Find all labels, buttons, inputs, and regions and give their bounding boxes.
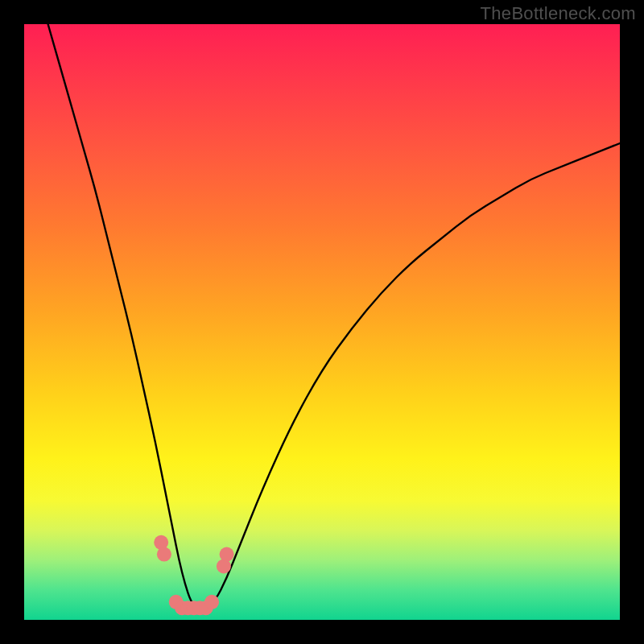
watermark-label: TheBottleneck.com [481, 3, 636, 24]
marker-dot [157, 547, 171, 562]
curve-layer [24, 24, 620, 620]
highlighted-points [154, 535, 233, 615]
plot-area [24, 24, 620, 620]
marker-dot [204, 595, 219, 609]
chart-frame: TheBottleneck.com [0, 0, 644, 644]
marker-dot [220, 547, 234, 562]
bottleneck-curve [48, 24, 620, 608]
